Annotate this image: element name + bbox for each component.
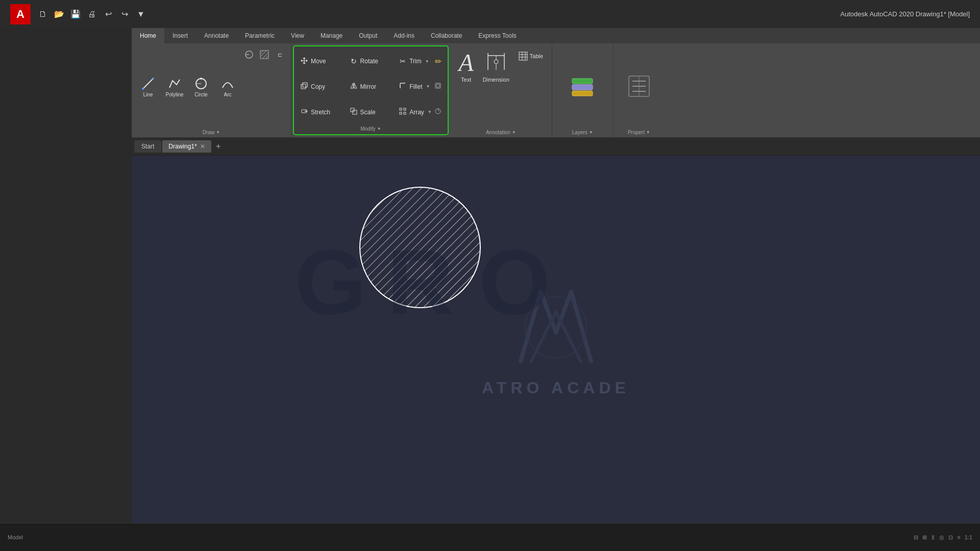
arc-tool-button[interactable]: Arc (215, 46, 240, 128)
redo-button[interactable]: ↪ (117, 7, 132, 21)
tab-view[interactable]: View (283, 28, 312, 43)
svg-line-9 (260, 51, 263, 54)
hatch-tool-button[interactable] (257, 47, 272, 62)
plot-button[interactable]: 🖨 (85, 7, 99, 21)
region-tool-button[interactable]: ⊏ (273, 47, 287, 62)
svg-rect-37 (519, 52, 527, 60)
table-tool-button[interactable]: Table (517, 51, 545, 62)
rotate-tool-button[interactable]: ↻ Rotate (347, 49, 396, 74)
osnap-indicator[interactable]: ⊡ (948, 534, 953, 541)
tab-home[interactable]: Home (132, 28, 164, 43)
copy-tool-button[interactable]: Copy (297, 74, 346, 99)
table-icon (519, 52, 528, 61)
layers-section-label[interactable]: Layers ▼ (572, 128, 593, 135)
mirror-tool-button[interactable]: Mirror (347, 74, 396, 99)
rotate-label: Rotate (360, 58, 378, 65)
svg-point-2 (152, 78, 154, 80)
svg-rect-28 (404, 112, 406, 114)
text-icon: A (458, 51, 473, 75)
title-bar: A 🗋 📂 💾 🖨 ↩ ↪ ▼ Autodesk AutoCAD 2020 Dr… (0, 0, 980, 28)
tab-addins[interactable]: Add-ins (385, 28, 423, 43)
quick-access-toolbar: 🗋 📂 💾 🖨 ↩ ↪ ▼ (36, 7, 148, 21)
save-button[interactable]: 💾 (68, 7, 83, 21)
array-tool-button[interactable]: Array ▼ (396, 99, 445, 124)
svg-rect-25 (400, 108, 402, 110)
svg-rect-44 (572, 79, 593, 84)
layer-properties-button[interactable] (570, 74, 595, 100)
fillet-arrow: ▼ (426, 84, 430, 89)
svg-rect-26 (404, 108, 406, 110)
lineweight-indicator[interactable]: ≡ (957, 534, 960, 540)
snap-indicator[interactable]: ⊟ (914, 534, 918, 541)
status-model-label: Model (8, 534, 23, 540)
move-label: Move (311, 58, 326, 65)
arc-label: Arc (224, 92, 232, 97)
tab-drawing1[interactable]: Drawing1* ✕ (162, 140, 211, 153)
mirror-label: Mirror (360, 83, 376, 90)
properties-section-arrow: ▼ (646, 130, 650, 135)
table-label: Table (530, 53, 543, 59)
grid-indicator[interactable]: ⊞ (922, 534, 927, 541)
tab-drawing1-close[interactable]: ✕ (200, 143, 205, 150)
arc-dropdown-button[interactable] (242, 47, 256, 62)
array-label: Array (409, 109, 424, 116)
ortho-indicator[interactable]: ⊻ (931, 534, 935, 541)
ribbon-tabs: Home Insert Annotate Parametric View Man… (132, 28, 980, 43)
properties-section-label[interactable]: Propert ▼ (628, 128, 650, 135)
drawing-canvas[interactable]: ATRO ACADE G R O (132, 156, 980, 523)
trim-icon: ✂ (399, 57, 407, 65)
dimension-label: Dimension (483, 77, 509, 83)
properties-label: Propert (628, 130, 645, 135)
move-tool-button[interactable]: Move (297, 49, 346, 74)
open-file-button[interactable]: 📂 (52, 7, 66, 21)
polyline-label: Polyline (165, 92, 183, 97)
logo-overlay: G R O (295, 202, 550, 346)
tab-parametric[interactable]: Parametric (237, 28, 283, 43)
scale-label: Scale (360, 109, 376, 116)
mirror-icon (350, 82, 358, 91)
tab-express[interactable]: Express Tools (470, 28, 524, 43)
tab-manage[interactable]: Manage (312, 28, 351, 43)
draw-section-label[interactable]: Draw ▼ (203, 128, 220, 135)
polar-indicator[interactable]: ◎ (939, 534, 944, 541)
text-tool-button[interactable]: A Text (456, 48, 475, 85)
undo-button[interactable]: ↩ (101, 7, 115, 21)
modify-section-label-row[interactable]: Modify ▼ (297, 124, 445, 132)
svg-point-29 (435, 109, 440, 114)
dimension-tool-button[interactable]: Dimension (481, 48, 511, 85)
circle-tool-button[interactable]: Circle (189, 46, 213, 128)
tab-start[interactable]: Start (134, 140, 161, 153)
tab-collaborate[interactable]: Collaborate (423, 28, 470, 43)
new-file-button[interactable]: 🗋 (36, 7, 50, 21)
stretch-icon (300, 108, 308, 116)
polyline-tool-button[interactable]: Polyline (162, 46, 187, 128)
rotate-icon: ↻ (350, 57, 358, 65)
erase-icon: ✏ (435, 57, 442, 66)
scale-icon (350, 108, 358, 116)
svg-rect-19 (436, 84, 439, 87)
trim-tool-button[interactable]: ✂ Trim ▼ ✏ (396, 49, 445, 74)
properties-button[interactable] (626, 73, 652, 101)
stretch-tool-button[interactable]: Stretch (297, 99, 346, 124)
line-tool-button[interactable]: Line (136, 46, 160, 128)
tab-annotate[interactable]: Annotate (196, 28, 237, 43)
new-tab-button[interactable]: + (212, 140, 225, 153)
autocad-logo: A (10, 4, 31, 24)
svg-text:R: R (387, 231, 453, 333)
scale-tool-button[interactable]: Scale (347, 99, 396, 124)
annotation-section-label[interactable]: Annotation ▼ (486, 128, 516, 135)
svg-line-0 (143, 79, 153, 89)
svg-rect-42 (572, 91, 593, 96)
svg-point-1 (142, 88, 144, 90)
customize-button[interactable]: ▼ (134, 7, 148, 21)
tab-output[interactable]: Output (351, 28, 385, 43)
copy-icon (300, 82, 308, 91)
fillet-tool-button[interactable]: Fillet ▼ (396, 74, 445, 99)
ribbon: Line Polyline Circle (132, 43, 980, 138)
svg-marker-15 (351, 83, 353, 88)
tab-insert[interactable]: Insert (164, 28, 196, 43)
svg-text:O: O (479, 231, 550, 333)
svg-point-4 (200, 78, 202, 80)
svg-point-34 (494, 60, 498, 64)
svg-rect-13 (301, 84, 306, 89)
